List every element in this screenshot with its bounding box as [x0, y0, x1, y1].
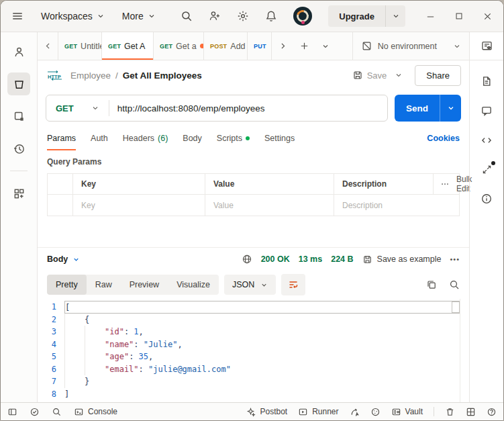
- vault-button[interactable]: Vault: [391, 407, 423, 417]
- runner-button[interactable]: Runner: [298, 407, 338, 417]
- right-sidebar: [469, 32, 503, 402]
- breadcrumb-collection[interactable]: Employee: [70, 71, 111, 81]
- config-tab-auth[interactable]: Auth: [91, 126, 108, 150]
- checklist-icon[interactable]: [30, 407, 40, 417]
- config-tab-body[interactable]: Body: [183, 126, 202, 150]
- search-icon[interactable]: [449, 279, 460, 290]
- config-tab-label: Settings: [264, 134, 295, 143]
- code-line: 1[: [38, 301, 469, 314]
- related-requests-icon[interactable]: [481, 164, 493, 175]
- info-icon[interactable]: [481, 193, 493, 205]
- param-key-input[interactable]: [81, 201, 197, 210]
- indent-guide: [64, 363, 85, 376]
- method-selector[interactable]: GET: [46, 103, 109, 113]
- window-close-icon[interactable]: [483, 11, 493, 21]
- documentation-icon[interactable]: [481, 75, 493, 87]
- tab-method-badge: POST: [210, 43, 227, 50]
- notifications-bell-icon[interactable]: [265, 10, 277, 22]
- postbot-button[interactable]: Postbot: [246, 407, 287, 417]
- cookies-link[interactable]: Cookies: [427, 134, 460, 143]
- breadcrumb-request-title[interactable]: Get All Employees: [123, 71, 202, 81]
- settings-gear-icon[interactable]: [237, 10, 249, 22]
- split-panes-icon[interactable]: [466, 407, 476, 417]
- environment-quick-look-icon[interactable]: [481, 40, 493, 52]
- response-more-icon[interactable]: •••: [450, 255, 460, 263]
- config-tab-label: Params: [47, 134, 76, 143]
- code-snippet-icon[interactable]: [481, 134, 493, 146]
- config-tab-headers[interactable]: Headers(6): [123, 126, 168, 150]
- response-size[interactable]: 224 B: [331, 254, 353, 264]
- console-button[interactable]: Console: [74, 407, 117, 417]
- upgrade-dropdown-caret[interactable]: [385, 5, 405, 27]
- search-icon[interactable]: [181, 10, 193, 22]
- response-body-selector[interactable]: Body: [47, 254, 80, 264]
- save-options-caret-icon[interactable]: [392, 71, 409, 79]
- send-options-caret-icon[interactable]: [440, 95, 461, 122]
- line-number: 3: [38, 326, 64, 338]
- status-badge[interactable]: 200 OK: [261, 254, 290, 264]
- request-tab[interactable]: GETGet A: [101, 32, 153, 60]
- tab-list: GETUntitleGETGet AGETGet aPOSTAddPUT: [58, 32, 272, 60]
- sidebar-item-workspace-user[interactable]: [7, 40, 30, 63]
- workspaces-menu[interactable]: Workspaces: [41, 11, 105, 21]
- param-value-input[interactable]: [213, 201, 325, 210]
- url-input[interactable]: [109, 103, 387, 113]
- tab-options-caret-icon[interactable]: [315, 32, 336, 60]
- share-button[interactable]: Share: [415, 65, 461, 86]
- pane-spacer: [38, 216, 469, 247]
- param-description-input[interactable]: [342, 201, 451, 210]
- config-tab-scripts[interactable]: Scripts: [217, 126, 250, 150]
- sidebar-item-environments[interactable]: [7, 105, 30, 128]
- upgrade-button[interactable]: Upgrade: [328, 5, 385, 27]
- help-icon[interactable]: [487, 407, 497, 417]
- view-tab-raw[interactable]: Raw: [87, 275, 121, 295]
- more-menu[interactable]: More: [122, 11, 156, 21]
- hamburger-menu-icon[interactable]: [11, 10, 23, 22]
- editor-scroll-track[interactable]: [460, 299, 460, 402]
- line-number: 1: [38, 301, 64, 314]
- line-number: 4: [38, 338, 64, 351]
- invite-user-icon[interactable]: [209, 10, 221, 22]
- sidebar-divider: [10, 171, 28, 171]
- request-tab[interactable]: POSTAdd: [203, 32, 247, 60]
- capture-requests-icon[interactable]: [350, 407, 360, 417]
- response-body-editor[interactable]: 1[2{3"id": 1,4"name": "Julie",5"age": 35…: [38, 299, 469, 402]
- wrap-lines-icon[interactable]: [281, 274, 305, 295]
- request-tab[interactable]: GETUntitle: [58, 32, 101, 60]
- code-line: 4"name": "Julie",: [38, 338, 469, 351]
- config-tab-settings[interactable]: Settings: [264, 126, 295, 150]
- query-params-section: Query Params Key Value Description Bulk …: [38, 150, 469, 216]
- postbot-label: Postbot: [260, 407, 287, 416]
- comments-icon[interactable]: [481, 105, 493, 117]
- sidebar-item-more-tools[interactable]: [7, 182, 30, 205]
- tab-label: Get A: [124, 42, 145, 51]
- config-tab-params[interactable]: Params: [47, 126, 76, 150]
- sidebar-item-collections[interactable]: [7, 73, 30, 95]
- response-time[interactable]: 13 ms: [299, 254, 322, 264]
- request-tab[interactable]: GETGet a: [153, 32, 203, 60]
- tab-scroll-left-icon[interactable]: [38, 32, 58, 60]
- window-minimize-icon[interactable]: [425, 11, 436, 21]
- new-tab-plus-icon[interactable]: [293, 32, 315, 60]
- window-maximize-icon[interactable]: [454, 11, 464, 21]
- breadcrumb-row: HTTP Employee / Get All Employees Save S…: [38, 60, 469, 90]
- network-globe-icon[interactable]: [242, 254, 252, 265]
- find-icon[interactable]: [52, 407, 62, 417]
- code-line: 2{: [38, 314, 469, 326]
- save-as-example-button[interactable]: Save as example: [362, 254, 442, 265]
- view-tab-pretty[interactable]: Pretty: [47, 275, 87, 295]
- send-button[interactable]: Send: [395, 95, 440, 122]
- request-tab[interactable]: PUT: [247, 32, 272, 60]
- trash-icon[interactable]: [445, 407, 455, 417]
- view-tab-visualize[interactable]: Visualize: [168, 275, 219, 295]
- sidebar-item-history[interactable]: [7, 137, 30, 160]
- save-button[interactable]: Save: [347, 70, 393, 81]
- environment-selector[interactable]: No environment: [352, 32, 469, 60]
- toggle-sidebar-icon[interactable]: [7, 407, 17, 417]
- tab-scroll-right-icon[interactable]: [272, 32, 293, 60]
- cookies-icon[interactable]: [370, 407, 381, 417]
- view-tab-preview[interactable]: Preview: [121, 275, 168, 295]
- copy-icon[interactable]: [426, 279, 437, 290]
- avatar[interactable]: [293, 7, 312, 26]
- format-selector[interactable]: JSON: [224, 275, 276, 295]
